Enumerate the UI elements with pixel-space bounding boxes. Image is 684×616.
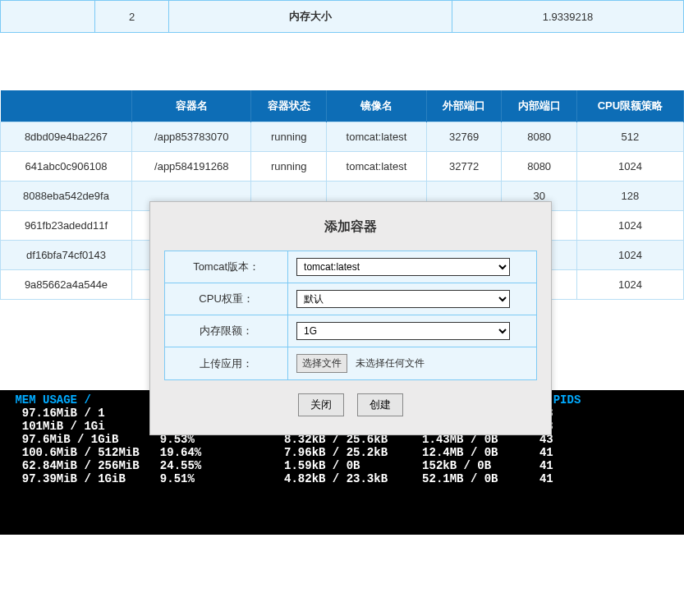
- info-table: 2 内存大小 1.9339218: [0, 0, 684, 33]
- cell-id: df16bfa74cf0143: [1, 241, 132, 270]
- table-row[interactable]: 8dbd09e4ba2267/app853783070runningtomcat…: [1, 122, 684, 152]
- cell-image: tomcat:latest: [326, 152, 426, 182]
- cpu-weight-label: CPU权重：: [165, 283, 288, 315]
- th-cpu: CPU限额策略: [576, 90, 683, 122]
- cell-int: 8080: [502, 152, 576, 182]
- cell-id: 9a85662a4a544e: [1, 270, 132, 300]
- info-mem-label: 内存大小: [169, 1, 452, 33]
- cell-cpu: 1024: [576, 211, 683, 241]
- cell-status: running: [251, 122, 326, 152]
- cell-ext: 32772: [426, 152, 501, 182]
- modal-title: 添加容器: [150, 202, 551, 251]
- info-cpu-count: 2: [95, 1, 169, 33]
- upload-app-label: 上传应用：: [165, 347, 288, 380]
- th-extport: 外部端口: [426, 90, 501, 122]
- th-intport: 内部端口: [502, 90, 576, 122]
- choose-file-button[interactable]: 选择文件: [296, 354, 347, 373]
- file-status-text: 未选择任何文件: [356, 357, 425, 369]
- cell-cpu: 512: [576, 122, 683, 152]
- mem-limit-label: 内存限额：: [165, 315, 288, 347]
- cpu-weight-select[interactable]: 默认: [296, 290, 510, 308]
- mem-limit-select[interactable]: 1G: [296, 322, 510, 340]
- th-image: 镜像名: [326, 90, 426, 122]
- cell-int: 8080: [502, 122, 576, 152]
- table-row[interactable]: 641abc0c906108/app584191268runningtomcat…: [1, 152, 684, 182]
- cell-status: running: [251, 152, 326, 182]
- cell-name: /app584191268: [132, 152, 251, 182]
- cell-cpu: 1024: [576, 241, 683, 270]
- cell-image: tomcat:latest: [326, 122, 426, 152]
- th-name: 容器名: [132, 90, 251, 122]
- cell-id: 641abc0c906108: [1, 152, 132, 182]
- close-button[interactable]: 关闭: [298, 393, 344, 416]
- cell-ext: 32769: [426, 122, 501, 152]
- cell-id: 8dbd09e4ba2267: [1, 122, 132, 152]
- create-button[interactable]: 创建: [357, 393, 403, 416]
- cell-name: /app853783070: [132, 122, 251, 152]
- add-container-modal: 添加容器 Tomcat版本： tomcat:latest CPU权重： 默认 内…: [149, 201, 552, 435]
- cell-id: 961fb23adedd11f: [1, 211, 132, 241]
- tomcat-version-label: Tomcat版本：: [165, 251, 288, 283]
- cell-cpu: 1024: [576, 152, 683, 182]
- cell-cpu: 128: [576, 182, 683, 211]
- modal-form: Tomcat版本： tomcat:latest CPU权重： 默认 内存限额： …: [164, 251, 537, 380]
- cell-id: 8088eba542de9fa: [1, 182, 132, 211]
- tomcat-version-select[interactable]: tomcat:latest: [296, 258, 510, 276]
- info-mem-value: 1.9339218: [452, 1, 684, 33]
- cell-cpu: 1024: [576, 270, 683, 300]
- container-table-header: 容器名 容器状态 镜像名 外部端口 内部端口 CPU限额策略: [1, 90, 684, 122]
- th-status: 容器状态: [251, 90, 326, 122]
